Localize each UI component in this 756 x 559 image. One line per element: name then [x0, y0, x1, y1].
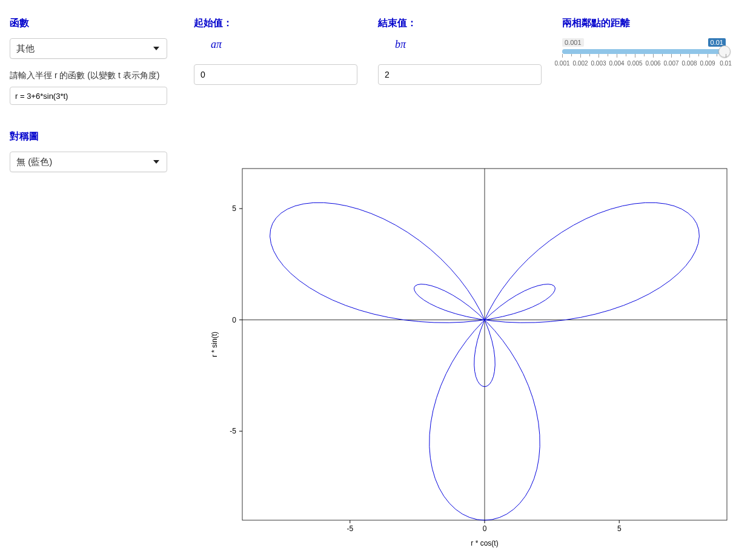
slider-min-label: 0.001	[562, 38, 584, 47]
start-title: 起始值：	[194, 17, 363, 30]
svg-text:r * sin(t): r * sin(t)	[210, 332, 219, 357]
polar-plot: -505-505r * cos(t)r * sin(t)	[206, 162, 733, 551]
end-math-label: bπ	[395, 38, 548, 51]
svg-text:5: 5	[617, 524, 622, 533]
function-input[interactable]	[10, 87, 167, 105]
symmetry-select[interactable]: 無 (藍色)	[10, 152, 167, 172]
svg-text:-5: -5	[346, 524, 353, 533]
function-help-text: 請輸入半徑 r 的函數 (以變數 t 表示角度)	[10, 69, 173, 82]
slider-ticks	[562, 54, 726, 59]
symmetry-select-value: 無 (藍色)	[16, 156, 52, 168]
chevron-down-icon	[153, 160, 159, 164]
start-math-label: aπ	[211, 38, 363, 51]
svg-text:5: 5	[232, 204, 236, 213]
distance-slider[interactable]: 0.001 0.01 0.0010.0020.0030.0040.0050.00…	[562, 38, 726, 69]
svg-text:0: 0	[232, 316, 236, 324]
svg-text:r * cos(t): r * cos(t)	[471, 539, 498, 547]
slider-fill	[562, 49, 726, 54]
slider-tick-labels: 0.0010.0020.0030.0040.0050.0060.0070.008…	[562, 60, 726, 69]
svg-text:0: 0	[483, 524, 487, 533]
chevron-down-icon	[153, 47, 159, 50]
end-value-input[interactable]	[378, 64, 542, 85]
slider-track[interactable]	[562, 49, 726, 54]
symmetry-title: 對稱圖	[10, 130, 179, 143]
distance-title: 兩相鄰點的距離	[562, 17, 744, 30]
function-title: 函數	[10, 17, 179, 30]
start-value-input[interactable]	[194, 64, 357, 85]
function-select-value: 其他	[16, 43, 35, 55]
end-title: 結束值：	[378, 17, 548, 30]
svg-text:-5: -5	[230, 427, 236, 435]
function-select[interactable]: 其他	[10, 38, 167, 59]
